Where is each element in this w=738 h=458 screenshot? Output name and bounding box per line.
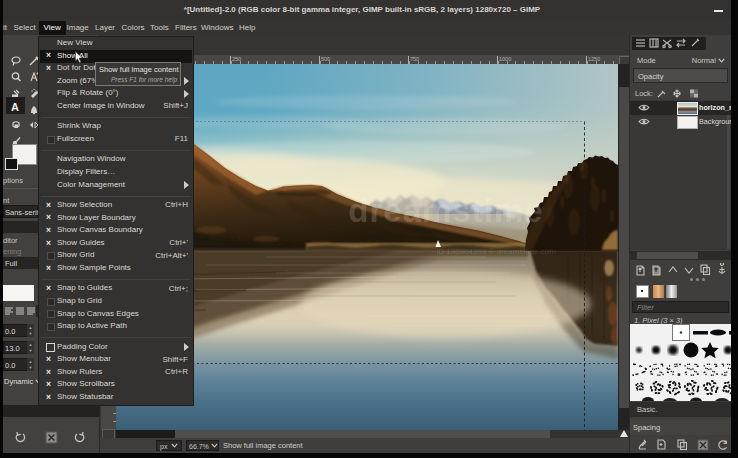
svg-text:A: A <box>11 101 19 112</box>
svg-text:ID 130904399 © dreamstime.com: ID 130904399 © dreamstime.com <box>436 247 556 256</box>
svg-text:dreamstime: dreamstime <box>348 192 543 229</box>
